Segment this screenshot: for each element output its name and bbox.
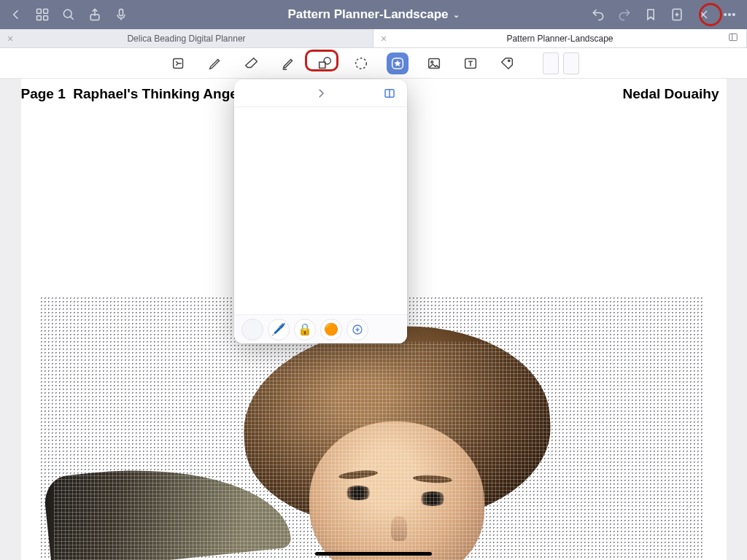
svg-point-14: [724, 14, 727, 16]
svg-point-4: [63, 9, 71, 18]
lasso-tool-icon[interactable]: [350, 52, 372, 74]
popover-split-icon[interactable]: [381, 87, 398, 100]
mic-icon[interactable]: [114, 7, 128, 22]
editing-toolbar: [0, 48, 747, 79]
sticker-slot-lock[interactable]: 🔒: [294, 319, 316, 341]
svg-rect-17: [729, 34, 738, 40]
sticker-slot-circle[interactable]: 🟠: [320, 319, 342, 341]
popover-forward-icon[interactable]: [312, 87, 330, 100]
svg-point-22: [324, 57, 330, 63]
redo-icon[interactable]: [617, 7, 632, 22]
page-number-label: Page 1: [21, 86, 66, 101]
home-indicator[interactable]: [315, 552, 432, 556]
top-toolbar: Pattern Planner-Landscape ⌄: [0, 0, 747, 29]
more-icon[interactable]: [722, 7, 737, 22]
text-tool-icon[interactable]: [460, 52, 481, 74]
page-title-text: Raphael's Thinking Angel: [73, 86, 241, 101]
document-title-text: Pattern Planner-Landscape: [287, 7, 448, 22]
page-title-left: Page 1 Raphael's Thinking Angel: [21, 86, 242, 102]
tab-split-icon[interactable]: [727, 31, 739, 45]
sticker-tool-icon[interactable]: [387, 52, 409, 74]
pattern-image-angel: [54, 341, 594, 560]
topbar-left-group: [9, 7, 128, 22]
page-thumbnail-group: [543, 52, 579, 74]
grid-icon[interactable]: [35, 7, 50, 22]
tab-active[interactable]: × Pattern Planner-Landscape: [374, 29, 747, 47]
tag-tool-icon[interactable]: [496, 52, 518, 74]
share-icon[interactable]: [88, 7, 102, 22]
close-icon[interactable]: [696, 7, 711, 22]
bookmark-icon[interactable]: [643, 7, 658, 22]
sticker-slot-add[interactable]: [347, 319, 368, 341]
tab-label: Pattern Planner-Landscape: [506, 34, 613, 44]
search-icon[interactable]: [61, 7, 76, 22]
svg-rect-2: [37, 16, 42, 20]
svg-point-16: [733, 14, 735, 16]
topbar-right-group: [591, 7, 737, 22]
back-icon[interactable]: [9, 7, 23, 22]
svg-point-15: [729, 14, 731, 16]
tab-close-icon[interactable]: ×: [7, 33, 13, 44]
svg-point-27: [431, 61, 433, 63]
tab-inactive[interactable]: × Delica Beading Digital Planner: [0, 29, 374, 47]
add-page-icon[interactable]: [670, 7, 684, 22]
page-author: Nedal Douaihy: [623, 86, 719, 102]
sticker-lock-icon: 🔒: [298, 322, 312, 336]
sticker-slot-pen[interactable]: 🖊️: [268, 319, 290, 341]
sticker-popover: 🖊️ 🔒 🟠: [234, 79, 407, 343]
svg-rect-7: [120, 9, 123, 16]
document-title[interactable]: Pattern Planner-Landscape ⌄: [287, 7, 459, 22]
zoom-tool-icon[interactable]: [168, 52, 190, 74]
chevron-down-icon: ⌄: [453, 10, 460, 20]
undo-icon[interactable]: [591, 7, 605, 22]
svg-line-5: [71, 17, 74, 20]
shape-tool-icon[interactable]: [314, 52, 336, 74]
eraser-tool-icon[interactable]: [241, 52, 263, 74]
svg-rect-3: [44, 16, 48, 20]
tab-label: Delica Beading Digital Planner: [127, 34, 245, 44]
pen-tool-icon[interactable]: [204, 52, 226, 74]
document-tabstrip: × Delica Beading Digital Planner × Patte…: [0, 29, 747, 48]
tab-close-icon[interactable]: ×: [381, 33, 387, 44]
svg-point-23: [356, 58, 367, 69]
svg-rect-0: [37, 9, 42, 14]
sticker-circle-icon: 🟠: [324, 322, 338, 336]
sticker-slot-empty[interactable]: [241, 319, 263, 341]
sticker-popover-footer: 🖊️ 🔒 🟠: [234, 314, 407, 343]
highlighter-tool-icon[interactable]: [277, 52, 299, 74]
svg-marker-25: [394, 60, 400, 66]
image-tool-icon[interactable]: [423, 52, 445, 74]
sticker-pen-icon: 🖊️: [271, 322, 286, 336]
sticker-popover-header: [234, 79, 407, 107]
svg-rect-1: [44, 9, 48, 14]
sticker-popover-body[interactable]: [234, 107, 407, 314]
page-thumbnail[interactable]: [563, 52, 579, 74]
svg-point-31: [508, 60, 510, 61]
page-thumbnail[interactable]: [543, 52, 559, 74]
